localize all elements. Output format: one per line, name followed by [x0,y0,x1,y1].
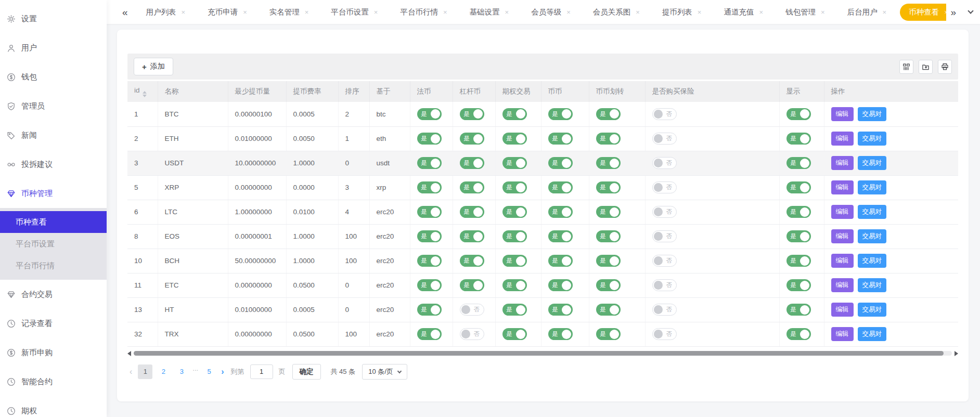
tab-close-icon[interactable]: × [505,9,509,16]
sidebar-subitem[interactable]: 平台币行情 [0,255,107,277]
leverage-toggle[interactable]: 是 [460,255,484,267]
trade-pair-button[interactable]: 交易对 [858,229,887,243]
transfer-toggle[interactable]: 是 [596,157,621,169]
scroll-left-arrow-icon[interactable] [127,351,131,356]
coin-toggle[interactable]: 是 [548,230,573,242]
option-toggle[interactable]: 是 [502,108,527,120]
coin-toggle[interactable]: 是 [548,133,573,145]
insurance-toggle[interactable]: 否 [652,304,677,316]
tab-用户列表[interactable]: 用户列表× [137,4,195,21]
page-button-3[interactable]: 3 [174,364,189,379]
tab-close-icon[interactable]: × [759,9,763,16]
leverage-toggle[interactable]: 否 [460,328,484,340]
prev-page-icon[interactable]: ‹ [130,367,132,376]
fiat-toggle[interactable]: 是 [417,328,442,340]
tab-close-icon[interactable]: × [305,9,309,16]
coin-toggle[interactable]: 是 [548,157,573,169]
sidebar-item-records[interactable]: 记录查看 [0,309,107,338]
tab-平台币行情[interactable]: 平台币行情× [391,4,456,21]
visible-toggle[interactable]: 是 [786,206,811,218]
option-toggle[interactable]: 是 [502,157,527,169]
edit-button[interactable]: 编辑 [831,107,854,121]
edit-button[interactable]: 编辑 [831,278,854,292]
transfer-toggle[interactable]: 是 [596,255,621,267]
transfer-toggle[interactable]: 是 [596,230,621,242]
tab-close-icon[interactable]: × [182,9,186,16]
coin-toggle[interactable]: 是 [548,206,573,218]
trade-pair-button[interactable]: 交易对 [858,303,887,317]
edit-button[interactable]: 编辑 [831,205,854,219]
option-toggle[interactable]: 是 [502,279,527,291]
edit-button[interactable]: 编辑 [831,254,854,268]
tab-基础设置[interactable]: 基础设置× [461,4,518,21]
transfer-toggle[interactable]: 是 [596,108,621,120]
trade-pair-button[interactable]: 交易对 [858,278,887,292]
tab-close-icon[interactable]: × [821,9,825,16]
page-button-2[interactable]: 2 [156,364,171,379]
tab-充币申请[interactable]: 充币申请× [199,4,256,21]
leverage-toggle[interactable]: 是 [460,133,484,145]
sidebar-item-options[interactable]: 期权 [0,396,107,417]
leverage-toggle[interactable]: 是 [460,108,484,120]
edit-button[interactable]: 编辑 [831,327,854,341]
tab-钱包管理[interactable]: 钱包管理× [777,4,834,21]
insurance-toggle[interactable]: 否 [652,206,677,218]
edit-button[interactable]: 编辑 [831,303,854,317]
tab-币种查看[interactable]: 币种查看× [900,4,946,21]
confirm-button[interactable]: 确定 [292,364,321,380]
fiat-toggle[interactable]: 是 [417,133,442,145]
tab-close-icon[interactable]: × [443,9,447,16]
trade-pair-button[interactable]: 交易对 [858,156,887,170]
leverage-toggle[interactable]: 是 [460,157,484,169]
sidebar-item-contract-trade[interactable]: 合约交易 [0,280,107,309]
tab-会员关系图[interactable]: 会员关系图× [584,4,649,21]
tab-实名管理[interactable]: 实名管理× [261,4,318,21]
trade-pair-button[interactable]: 交易对 [858,107,887,121]
tabs-scroll-left-icon[interactable]: « [122,7,128,17]
sidebar-item-smart-contract[interactable]: 智能合约 [0,367,107,396]
coin-toggle[interactable]: 是 [548,108,573,120]
sidebar-item-settings[interactable]: 设置 [0,4,107,33]
fiat-toggle[interactable]: 是 [417,230,442,242]
transfer-toggle[interactable]: 是 [596,328,621,340]
visible-toggle[interactable]: 是 [786,279,811,291]
tab-后台用户[interactable]: 后台用户× [839,4,896,21]
edit-button[interactable]: 编辑 [831,180,854,194]
option-toggle[interactable]: 是 [502,255,527,267]
fiat-toggle[interactable]: 是 [417,157,442,169]
sidebar-item-wallet[interactable]: 钱包 [0,62,107,92]
tabs-scroll-right-icon[interactable]: » [950,7,956,17]
fiat-toggle[interactable]: 是 [417,108,442,120]
page-size-select[interactable]: 10 条/页 [362,364,407,380]
option-toggle[interactable]: 是 [502,206,527,218]
transfer-toggle[interactable]: 是 [596,181,621,193]
scroll-right-arrow-icon[interactable] [955,351,958,356]
tab-close-icon[interactable]: × [698,9,702,16]
insurance-toggle[interactable]: 否 [652,157,677,169]
visible-toggle[interactable]: 是 [786,255,811,267]
trade-pair-button[interactable]: 交易对 [858,180,887,194]
visible-toggle[interactable]: 是 [786,181,811,193]
leverage-toggle[interactable]: 是 [460,181,484,193]
next-page-icon[interactable]: › [221,367,224,376]
tab-close-icon[interactable]: × [374,9,378,16]
sidebar-subitem[interactable]: 币种查看 [0,211,107,233]
visible-toggle[interactable]: 是 [786,108,811,120]
tab-close-icon[interactable]: × [944,9,946,16]
sidebar-item-new-coin[interactable]: 新币申购 [0,338,107,367]
sidebar-item-coin-manage[interactable]: 币种管理 [0,179,107,208]
visible-toggle[interactable]: 是 [786,304,811,316]
sidebar-item-feedback[interactable]: 投拆建议 [0,150,107,179]
sidebar-item-news[interactable]: 新闻 [0,121,107,150]
leverage-toggle[interactable]: 是 [460,206,484,218]
visible-toggle[interactable]: 是 [786,157,811,169]
edit-button[interactable]: 编辑 [831,156,854,170]
tab-close-icon[interactable]: × [243,9,247,16]
coin-toggle[interactable]: 是 [548,279,573,291]
transfer-toggle[interactable]: 是 [596,304,621,316]
sidebar-subitem[interactable]: 平台币设置 [0,233,107,255]
trade-pair-button[interactable]: 交易对 [858,327,887,341]
tabs-more-chevron-down-icon[interactable] [968,8,973,14]
fiat-toggle[interactable]: 是 [417,279,442,291]
fiat-toggle[interactable]: 是 [417,304,442,316]
